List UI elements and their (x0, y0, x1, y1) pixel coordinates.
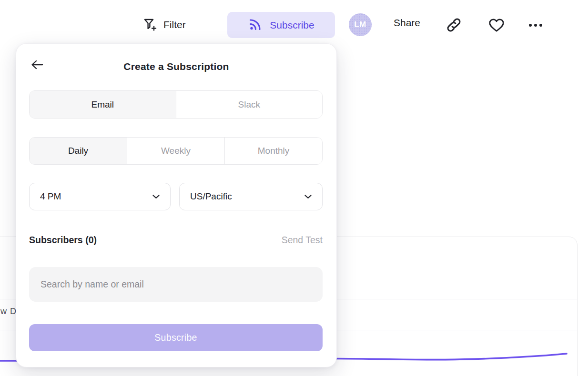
schedule-row: 4 PM US/Pacific (29, 183, 323, 210)
tab-daily[interactable]: Daily (30, 138, 127, 164)
tab-slack[interactable]: Slack (176, 91, 323, 118)
filter-plus-icon (142, 16, 157, 34)
filter-button[interactable]: Filter (142, 14, 186, 35)
avatar[interactable]: LM (349, 13, 372, 36)
subscribe-label: Subscribe (270, 20, 314, 31)
tab-monthly[interactable]: Monthly (224, 138, 322, 164)
chevron-down-icon (304, 192, 312, 201)
favorite-button[interactable] (488, 17, 505, 35)
modal-title: Create a Subscription (16, 61, 336, 72)
heart-icon (488, 17, 505, 35)
subscribe-submit-button[interactable]: Subscribe (29, 324, 323, 351)
tab-email[interactable]: Email (30, 91, 176, 118)
subscribers-count-label: Subscribers (0) (29, 235, 97, 246)
subscribers-row: Subscribers (0) Send Test (29, 235, 323, 246)
ellipsis-icon (529, 24, 542, 27)
create-subscription-modal: Create a Subscription Email Slack Daily … (16, 43, 337, 367)
share-button[interactable]: Share (394, 17, 420, 29)
avatar-initials: LM (354, 20, 366, 30)
frequency-tabs: Daily Weekly Monthly (29, 137, 323, 165)
page: w D Filter Subscribe LM Share (0, 0, 588, 376)
timezone-select[interactable]: US/Pacific (179, 183, 323, 210)
more-options-button[interactable] (529, 23, 542, 28)
filter-label: Filter (163, 19, 186, 30)
timezone-select-value: US/Pacific (190, 191, 232, 202)
share-label: Share (394, 17, 420, 29)
send-test-button[interactable]: Send Test (282, 235, 323, 246)
subscriber-search-input[interactable] (29, 267, 323, 302)
chevron-down-icon (152, 192, 160, 201)
tab-weekly[interactable]: Weekly (127, 138, 224, 164)
link-icon (445, 16, 463, 36)
time-select-value: 4 PM (40, 191, 61, 202)
channel-tabs: Email Slack (29, 90, 323, 119)
time-select[interactable]: 4 PM (29, 183, 171, 210)
rss-icon (248, 16, 264, 34)
clipped-chart-label: w D (0, 307, 17, 317)
subscribe-button[interactable]: Subscribe (227, 12, 335, 38)
copy-link-button[interactable] (445, 16, 463, 36)
